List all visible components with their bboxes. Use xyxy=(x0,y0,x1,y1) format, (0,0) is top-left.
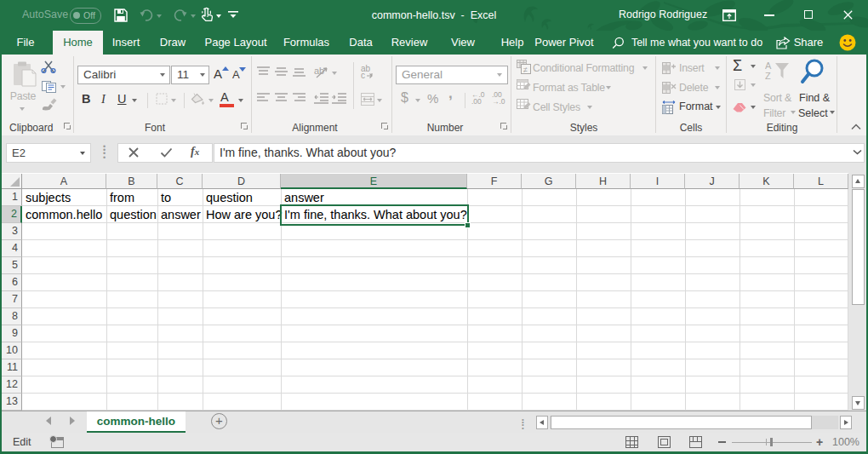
svg-text:Z: Z xyxy=(765,71,771,81)
svg-text:ab: ab xyxy=(314,66,324,76)
svg-text:A: A xyxy=(765,60,772,71)
svg-text:≠: ≠ xyxy=(523,66,528,74)
svg-text:c: c xyxy=(361,71,365,79)
